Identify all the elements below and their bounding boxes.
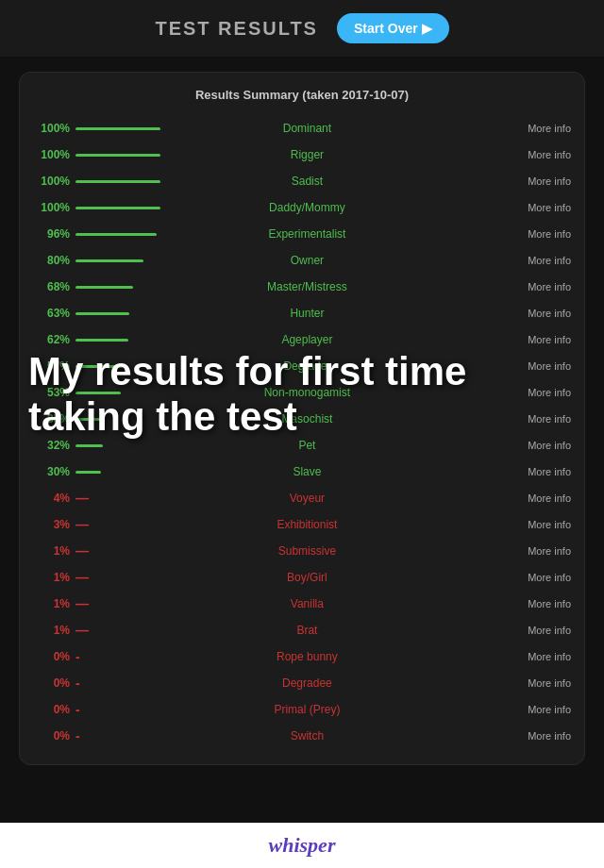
more-info-link[interactable]: More info	[445, 247, 571, 274]
more-info-link[interactable]: More info	[445, 326, 571, 353]
result-bar	[76, 326, 170, 353]
table-row: 32%PetMore info	[33, 432, 571, 459]
result-percent: 68%	[33, 274, 76, 300]
table-row: 53%Non-monogamistMore info	[33, 379, 571, 406]
result-percent: 100%	[33, 142, 76, 168]
more-info-link[interactable]: More info	[445, 459, 571, 485]
table-row: 62%AgeplayerMore info	[33, 326, 571, 353]
result-label: Degrader	[170, 353, 445, 379]
results-table: 100%DominantMore info100%RiggerMore info…	[33, 115, 571, 749]
more-info-link[interactable]: More info	[445, 485, 571, 511]
top-bar: Test Results Start Over ▶	[0, 0, 604, 57]
table-row: 0%-Primal (Prey)More info	[33, 696, 571, 723]
table-row: 80%OwnerMore info	[33, 247, 571, 274]
more-info-link[interactable]: More info	[445, 406, 571, 432]
page-title: Test Results	[155, 18, 318, 40]
result-label: Hunter	[170, 300, 445, 326]
more-info-link[interactable]: More info	[445, 617, 571, 643]
result-bar: —	[76, 485, 170, 511]
table-row: 0%-SwitchMore info	[33, 723, 571, 749]
whisper-logo: whisper	[269, 833, 336, 858]
more-info-link[interactable]: More info	[445, 353, 571, 379]
table-row: 0%-DegradeeMore info	[33, 670, 571, 696]
result-label: Rope bunny	[170, 643, 445, 670]
more-info-link[interactable]: More info	[445, 274, 571, 300]
result-bar: —	[76, 538, 170, 564]
result-label: Daddy/Mommy	[170, 194, 445, 221]
table-row: 1%—Boy/GirlMore info	[33, 564, 571, 591]
result-percent: 30%	[33, 459, 76, 485]
card-subtitle: Results Summary (taken 2017-10-07)	[33, 88, 571, 102]
results-card: Results Summary (taken 2017-10-07) 100%D…	[19, 72, 585, 765]
result-bar: -	[76, 643, 170, 670]
result-label: Master/Mistress	[170, 274, 445, 300]
result-percent: 53%	[33, 379, 76, 406]
result-percent: 1%	[33, 564, 76, 591]
table-row: 0%-Rope bunnyMore info	[33, 643, 571, 670]
result-label: Switch	[170, 723, 445, 749]
table-row: 1%—VanillaMore info	[33, 591, 571, 617]
result-label: Pet	[170, 432, 445, 459]
result-percent: 80%	[33, 247, 76, 274]
result-label: Boy/Girl	[170, 564, 445, 591]
result-label: Exhibitionist	[170, 511, 445, 538]
more-info-link[interactable]: More info	[445, 300, 571, 326]
result-percent: 57%	[33, 353, 76, 379]
result-percent: 35%	[33, 406, 76, 432]
result-bar: —	[76, 617, 170, 643]
more-info-link[interactable]: More info	[445, 723, 571, 749]
result-label: Submissive	[170, 538, 445, 564]
more-info-link[interactable]: More info	[445, 591, 571, 617]
result-bar	[76, 406, 170, 432]
result-bar	[76, 168, 170, 194]
result-bar: -	[76, 696, 170, 723]
table-row: 100%DominantMore info	[33, 115, 571, 142]
more-info-link[interactable]: More info	[445, 194, 571, 221]
table-row: 30%SlaveMore info	[33, 459, 571, 485]
result-label: Rigger	[170, 142, 445, 168]
result-percent: 0%	[33, 696, 76, 723]
result-percent: 0%	[33, 643, 76, 670]
table-row: 35%MasochistMore info	[33, 406, 571, 432]
more-info-link[interactable]: More info	[445, 670, 571, 696]
result-label: Ageplayer	[170, 326, 445, 353]
table-row: 63%HunterMore info	[33, 300, 571, 326]
result-percent: 62%	[33, 326, 76, 353]
more-info-link[interactable]: More info	[445, 432, 571, 459]
more-info-link[interactable]: More info	[445, 538, 571, 564]
result-label: Dominant	[170, 115, 445, 142]
result-percent: 3%	[33, 511, 76, 538]
result-bar	[76, 274, 170, 300]
start-over-button[interactable]: Start Over ▶	[337, 13, 449, 43]
result-bar	[76, 142, 170, 168]
result-bar	[76, 247, 170, 274]
result-percent: 1%	[33, 591, 76, 617]
result-bar: —	[76, 564, 170, 591]
result-percent: 63%	[33, 300, 76, 326]
more-info-link[interactable]: More info	[445, 643, 571, 670]
result-label: Experimentalist	[170, 221, 445, 247]
result-percent: 1%	[33, 617, 76, 643]
more-info-link[interactable]: More info	[445, 115, 571, 142]
more-info-link[interactable]: More info	[445, 564, 571, 591]
result-bar: —	[76, 511, 170, 538]
result-label: Degradee	[170, 670, 445, 696]
result-label: Sadist	[170, 168, 445, 194]
more-info-link[interactable]: More info	[445, 142, 571, 168]
result-bar	[76, 379, 170, 406]
more-info-link[interactable]: More info	[445, 221, 571, 247]
more-info-link[interactable]: More info	[445, 696, 571, 723]
result-label: Vanilla	[170, 591, 445, 617]
result-percent: 0%	[33, 670, 76, 696]
result-percent: 4%	[33, 485, 76, 511]
more-info-link[interactable]: More info	[445, 511, 571, 538]
result-percent: 100%	[33, 115, 76, 142]
more-info-link[interactable]: More info	[445, 168, 571, 194]
result-label: Non-monogamist	[170, 379, 445, 406]
more-info-link[interactable]: More info	[445, 379, 571, 406]
result-percent: 96%	[33, 221, 76, 247]
result-percent: 0%	[33, 723, 76, 749]
table-row: 100%Daddy/MommyMore info	[33, 194, 571, 221]
table-row: 100%RiggerMore info	[33, 142, 571, 168]
result-percent: 1%	[33, 538, 76, 564]
